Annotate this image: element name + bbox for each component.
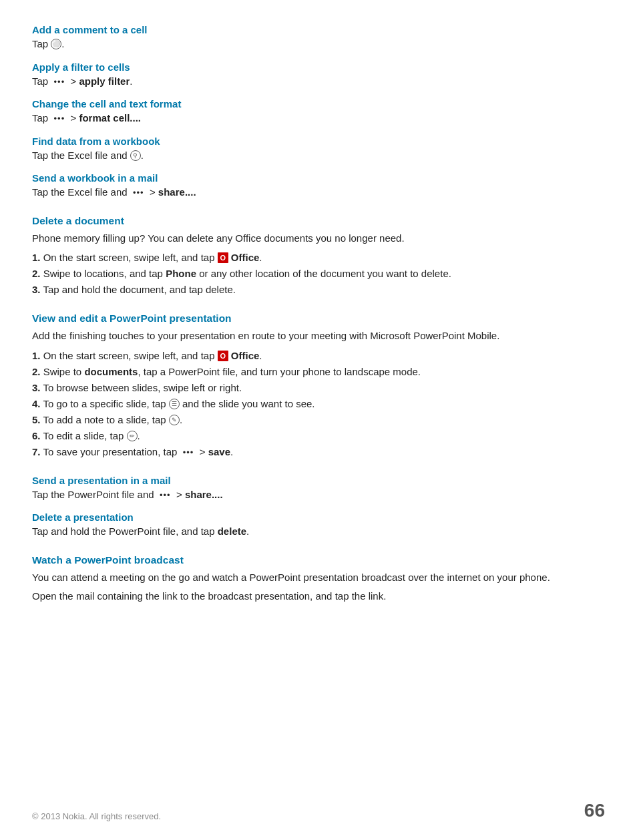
delete-doc-step-2: 2. Swipe to locations, and tap Phone or … <box>32 266 605 282</box>
note-icon: ✎ <box>169 415 180 425</box>
body-find-data: Tap the Excel file and ⚲. <box>32 148 605 164</box>
search-icon: ⚲ <box>130 150 141 161</box>
comment-icon: ⚪ <box>51 39 61 49</box>
footer: © 2013 Nokia. All rights reserved. 66 <box>32 800 605 821</box>
body-watch-broadcast-2: Open the mail containing the link to the… <box>32 589 605 604</box>
ppt-step-4: 4. To go to a specific slide, tap ☰ and … <box>32 396 605 412</box>
heading-apply-filter: Apply a filter to cells <box>32 61 605 73</box>
heading-send-workbook: Send a workbook in a mail <box>32 172 605 184</box>
ppt-step-5: 5. To add a note to a slide, tap ✎. <box>32 412 605 428</box>
dots-icon-save: ••• <box>183 446 194 460</box>
heading-delete-document: Delete a document <box>32 215 605 227</box>
section-change-format: Change the cell and text format Tap ••• … <box>32 98 605 126</box>
section-send-presentation: Send a presentation in a mail Tap the Po… <box>32 475 605 503</box>
office-icon-2: O <box>218 351 228 361</box>
section-add-comment: Add a comment to a cell Tap ⚪. <box>32 24 605 52</box>
ppt-step-6: 6. To edit a slide, tap ✏. <box>32 428 605 444</box>
section-watch-broadcast: Watch a PowerPoint broadcast You can att… <box>32 554 605 604</box>
body-send-presentation: Tap the PowerPoint file and ••• > share.… <box>32 487 605 503</box>
office-icon-1: O <box>218 252 228 263</box>
body-delete-document-intro: Phone memory filling up? You can delete … <box>32 231 605 246</box>
page-number: 66 <box>584 800 605 821</box>
dots-icon-filter: ••• <box>54 75 65 89</box>
delete-doc-step-1: 1. On the start screen, swipe left, and … <box>32 250 605 266</box>
delete-document-steps: 1. On the start screen, swipe left, and … <box>32 250 605 298</box>
body-apply-filter: Tap ••• > apply filter. <box>32 74 605 89</box>
heading-watch-broadcast: Watch a PowerPoint broadcast <box>32 554 605 566</box>
heading-delete-presentation: Delete a presentation <box>32 511 605 523</box>
dots-icon-share-workbook: ••• <box>133 186 144 200</box>
body-add-comment: Tap ⚪. <box>32 37 605 52</box>
heading-add-comment: Add a comment to a cell <box>32 24 605 35</box>
ppt-step-3: 3. To browse between slides, swipe left … <box>32 380 605 396</box>
heading-send-presentation: Send a presentation in a mail <box>32 475 605 486</box>
copyright-text: © 2013 Nokia. All rights reserved. <box>32 811 161 821</box>
menu-icon: ☰ <box>169 399 180 409</box>
ppt-step-2: 2. Swipe to documents, tap a PowerPoint … <box>32 364 605 380</box>
heading-view-edit-powerpoint: View and edit a PowerPoint presentation <box>32 312 605 325</box>
ppt-step-7: 7. To save your presentation, tap ••• > … <box>32 444 605 460</box>
body-watch-broadcast-1: You can attend a meeting on the go and w… <box>32 570 605 586</box>
section-find-data: Find data from a workbook Tap the Excel … <box>32 136 605 164</box>
body-send-workbook: Tap the Excel file and ••• > share.... <box>32 185 605 200</box>
section-delete-document: Delete a document Phone memory filling u… <box>32 215 605 298</box>
delete-doc-step-3: 3. Tap and hold the document, and tap de… <box>32 282 605 298</box>
section-view-edit-powerpoint: View and edit a PowerPoint presentation … <box>32 312 605 460</box>
dots-icon-format: ••• <box>54 112 65 126</box>
body-view-edit-intro: Add the finishing touches to your presen… <box>32 329 605 344</box>
body-delete-presentation: Tap and hold the PowerPoint file, and ta… <box>32 524 605 540</box>
section-apply-filter: Apply a filter to cells Tap ••• > apply … <box>32 61 605 89</box>
section-send-workbook: Send a workbook in a mail Tap the Excel … <box>32 172 605 200</box>
heading-change-format: Change the cell and text format <box>32 98 605 110</box>
body-change-format: Tap ••• > format cell.... <box>32 111 605 126</box>
page-content: Add a comment to a cell Tap ⚪. Apply a f… <box>0 0 637 659</box>
heading-find-data: Find data from a workbook <box>32 136 605 147</box>
dots-icon-share-ppt: ••• <box>160 489 171 502</box>
edit-icon: ✏ <box>127 431 138 441</box>
section-delete-presentation: Delete a presentation Tap and hold the P… <box>32 511 605 540</box>
view-edit-steps: 1. On the start screen, swipe left, and … <box>32 348 605 460</box>
ppt-step-1: 1. On the start screen, swipe left, and … <box>32 348 605 364</box>
